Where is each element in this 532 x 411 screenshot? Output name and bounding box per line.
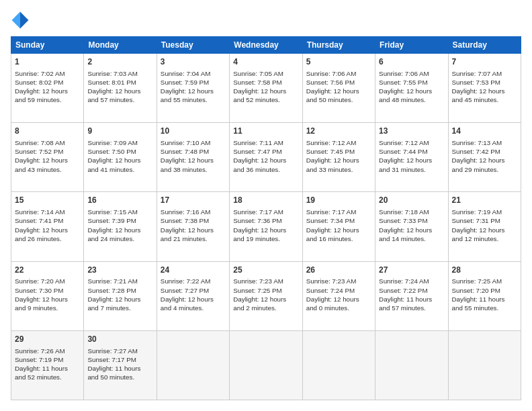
cell-r0-c3: 4Sunrise: 7:05 AMSunset: 7:58 PMDaylight… bbox=[230, 54, 302, 123]
day-number: 30 bbox=[87, 334, 152, 345]
cell-r1-c2: 10Sunrise: 7:10 AMSunset: 7:48 PMDayligh… bbox=[157, 123, 229, 192]
cell-text: Sunrise: 7:16 AMSunset: 7:38 PMDaylight:… bbox=[161, 208, 226, 243]
day-number: 15 bbox=[15, 195, 80, 206]
day-number: 25 bbox=[233, 265, 298, 276]
day-number: 20 bbox=[379, 195, 444, 206]
cell-text: Sunrise: 7:24 AMSunset: 7:22 PMDaylight:… bbox=[379, 277, 444, 312]
day-number: 16 bbox=[87, 195, 152, 206]
day-number: 11 bbox=[233, 126, 298, 137]
cell-text: Sunrise: 7:17 AMSunset: 7:34 PMDaylight:… bbox=[306, 208, 371, 243]
cell-r1-c1: 9Sunrise: 7:09 AMSunset: 7:50 PMDaylight… bbox=[84, 123, 157, 192]
cell-r3-c6: 28Sunrise: 7:25 AMSunset: 7:20 PMDayligh… bbox=[448, 261, 521, 330]
cell-r4-c1: 30Sunrise: 7:27 AMSunset: 7:17 PMDayligh… bbox=[84, 330, 157, 400]
day-number: 6 bbox=[379, 56, 444, 68]
cell-text: Sunrise: 7:04 AMSunset: 7:59 PMDaylight:… bbox=[161, 69, 226, 105]
svg-marker-0 bbox=[20, 12, 28, 29]
cell-r0-c1: 2Sunrise: 7:03 AMSunset: 8:01 PMDaylight… bbox=[84, 54, 157, 123]
day-number: 22 bbox=[15, 265, 80, 276]
header bbox=[11, 11, 521, 30]
cell-r1-c5: 13Sunrise: 7:12 AMSunset: 7:44 PMDayligh… bbox=[375, 123, 448, 192]
cell-r4-c2 bbox=[157, 330, 229, 400]
cell-text: Sunrise: 7:18 AMSunset: 7:33 PMDaylight:… bbox=[379, 208, 444, 243]
cell-text: Sunrise: 7:06 AMSunset: 7:55 PMDaylight:… bbox=[379, 69, 444, 105]
cell-text: Sunrise: 7:26 AMSunset: 7:19 PMDaylight:… bbox=[15, 347, 80, 382]
cell-text: Sunrise: 7:17 AMSunset: 7:36 PMDaylight:… bbox=[233, 208, 298, 243]
cell-text: Sunrise: 7:19 AMSunset: 7:31 PMDaylight:… bbox=[452, 208, 517, 243]
day-number: 14 bbox=[452, 126, 517, 137]
cell-text: Sunrise: 7:08 AMSunset: 7:52 PMDaylight:… bbox=[15, 138, 80, 174]
cell-r0-c4: 5Sunrise: 7:06 AMSunset: 7:56 PMDaylight… bbox=[302, 54, 375, 123]
calendar-row-4: 29Sunrise: 7:26 AMSunset: 7:19 PMDayligh… bbox=[11, 330, 521, 400]
col-header-wednesday: Wednesday bbox=[230, 37, 302, 54]
cell-r1-c6: 14Sunrise: 7:13 AMSunset: 7:42 PMDayligh… bbox=[448, 123, 521, 192]
cell-text: Sunrise: 7:05 AMSunset: 7:58 PMDaylight:… bbox=[233, 69, 298, 105]
day-number: 4 bbox=[233, 56, 298, 68]
logo-icon bbox=[11, 11, 30, 30]
page: SundayMondayTuesdayWednesdayThursdayFrid… bbox=[0, 0, 532, 411]
cell-r3-c3: 25Sunrise: 7:23 AMSunset: 7:25 PMDayligh… bbox=[230, 261, 302, 330]
cell-text: Sunrise: 7:11 AMSunset: 7:47 PMDaylight:… bbox=[233, 138, 298, 174]
cell-r1-c3: 11Sunrise: 7:11 AMSunset: 7:47 PMDayligh… bbox=[230, 123, 302, 192]
cell-r0-c0: 1Sunrise: 7:02 AMSunset: 8:02 PMDaylight… bbox=[11, 54, 84, 123]
cell-r4-c3 bbox=[230, 330, 302, 400]
cell-r0-c2: 3Sunrise: 7:04 AMSunset: 7:59 PMDaylight… bbox=[157, 54, 229, 123]
cell-r4-c4 bbox=[302, 330, 375, 400]
day-number: 9 bbox=[87, 126, 152, 137]
svg-marker-1 bbox=[12, 12, 20, 29]
cell-text: Sunrise: 7:14 AMSunset: 7:41 PMDaylight:… bbox=[15, 208, 80, 243]
day-number: 3 bbox=[161, 56, 226, 68]
cell-text: Sunrise: 7:25 AMSunset: 7:20 PMDaylight:… bbox=[452, 277, 517, 312]
cell-text: Sunrise: 7:27 AMSunset: 7:17 PMDaylight:… bbox=[87, 347, 152, 382]
cell-r2-c2: 17Sunrise: 7:16 AMSunset: 7:38 PMDayligh… bbox=[157, 192, 229, 261]
day-number: 10 bbox=[161, 126, 226, 137]
cell-text: Sunrise: 7:06 AMSunset: 7:56 PMDaylight:… bbox=[306, 69, 371, 105]
day-number: 2 bbox=[87, 56, 152, 68]
cell-r3-c1: 23Sunrise: 7:21 AMSunset: 7:28 PMDayligh… bbox=[84, 261, 157, 330]
day-number: 19 bbox=[306, 195, 371, 206]
day-number: 27 bbox=[379, 265, 444, 276]
col-header-saturday: Saturday bbox=[448, 37, 521, 54]
cell-text: Sunrise: 7:12 AMSunset: 7:45 PMDaylight:… bbox=[306, 138, 371, 174]
day-number: 12 bbox=[306, 126, 371, 137]
calendar-row-0: 1Sunrise: 7:02 AMSunset: 8:02 PMDaylight… bbox=[11, 54, 521, 123]
cell-text: Sunrise: 7:03 AMSunset: 8:01 PMDaylight:… bbox=[87, 69, 152, 105]
cell-text: Sunrise: 7:10 AMSunset: 7:48 PMDaylight:… bbox=[161, 138, 226, 174]
cell-r2-c3: 18Sunrise: 7:17 AMSunset: 7:36 PMDayligh… bbox=[230, 192, 302, 261]
cell-r0-c6: 7Sunrise: 7:07 AMSunset: 7:53 PMDaylight… bbox=[448, 54, 521, 123]
cell-r1-c0: 8Sunrise: 7:08 AMSunset: 7:52 PMDaylight… bbox=[11, 123, 84, 192]
day-number: 21 bbox=[452, 195, 517, 206]
day-number: 7 bbox=[452, 56, 517, 68]
column-headers: SundayMondayTuesdayWednesdayThursdayFrid… bbox=[11, 37, 521, 54]
cell-text: Sunrise: 7:21 AMSunset: 7:28 PMDaylight:… bbox=[87, 277, 152, 312]
day-number: 29 bbox=[15, 334, 80, 345]
col-header-sunday: Sunday bbox=[11, 37, 84, 54]
col-header-friday: Friday bbox=[375, 37, 448, 54]
day-number: 5 bbox=[306, 56, 371, 68]
cell-r2-c1: 16Sunrise: 7:15 AMSunset: 7:39 PMDayligh… bbox=[84, 192, 157, 261]
col-header-thursday: Thursday bbox=[302, 37, 375, 54]
col-header-monday: Monday bbox=[84, 37, 157, 54]
day-number: 18 bbox=[233, 195, 298, 206]
cell-r4-c5 bbox=[375, 330, 448, 400]
cell-text: Sunrise: 7:15 AMSunset: 7:39 PMDaylight:… bbox=[87, 208, 152, 243]
cell-text: Sunrise: 7:09 AMSunset: 7:50 PMDaylight:… bbox=[87, 138, 152, 174]
calendar-row-2: 15Sunrise: 7:14 AMSunset: 7:41 PMDayligh… bbox=[11, 192, 521, 261]
cell-r2-c5: 20Sunrise: 7:18 AMSunset: 7:33 PMDayligh… bbox=[375, 192, 448, 261]
cell-r2-c6: 21Sunrise: 7:19 AMSunset: 7:31 PMDayligh… bbox=[448, 192, 521, 261]
cell-text: Sunrise: 7:02 AMSunset: 8:02 PMDaylight:… bbox=[15, 69, 80, 105]
cell-text: Sunrise: 7:23 AMSunset: 7:24 PMDaylight:… bbox=[306, 277, 371, 312]
cell-text: Sunrise: 7:22 AMSunset: 7:27 PMDaylight:… bbox=[161, 277, 226, 312]
cell-text: Sunrise: 7:13 AMSunset: 7:42 PMDaylight:… bbox=[452, 138, 517, 174]
cell-r2-c0: 15Sunrise: 7:14 AMSunset: 7:41 PMDayligh… bbox=[11, 192, 84, 261]
cell-r3-c4: 26Sunrise: 7:23 AMSunset: 7:24 PMDayligh… bbox=[302, 261, 375, 330]
cell-text: Sunrise: 7:20 AMSunset: 7:30 PMDaylight:… bbox=[15, 277, 80, 312]
day-number: 26 bbox=[306, 265, 371, 276]
day-number: 28 bbox=[452, 265, 517, 276]
cell-r3-c0: 22Sunrise: 7:20 AMSunset: 7:30 PMDayligh… bbox=[11, 261, 84, 330]
col-header-tuesday: Tuesday bbox=[157, 37, 229, 54]
cell-r1-c4: 12Sunrise: 7:12 AMSunset: 7:45 PMDayligh… bbox=[302, 123, 375, 192]
calendar-row-3: 22Sunrise: 7:20 AMSunset: 7:30 PMDayligh… bbox=[11, 261, 521, 330]
day-number: 17 bbox=[161, 195, 226, 206]
day-number: 24 bbox=[161, 265, 226, 276]
cell-r3-c5: 27Sunrise: 7:24 AMSunset: 7:22 PMDayligh… bbox=[375, 261, 448, 330]
